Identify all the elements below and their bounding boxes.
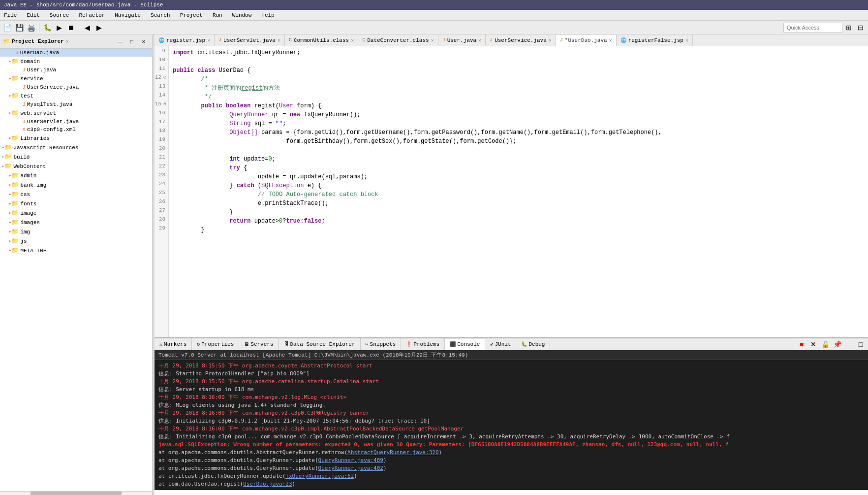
tree-item-14[interactable]: ▸ 📁admin	[0, 171, 152, 180]
editor-tab-0[interactable]: 🌐register.jsp✕	[155, 34, 215, 46]
line-number-20: 20	[159, 145, 165, 151]
code-lines: import cn.itcast.jdbc.TxQueryRunner;publ…	[169, 46, 868, 236]
tree-item-3[interactable]: ▸ 📁service	[0, 74, 152, 83]
pe-close[interactable]: ✕	[138, 36, 149, 47]
perspective-button[interactable]: ⊞	[843, 22, 854, 33]
pe-maximize[interactable]: □	[126, 36, 137, 47]
code-content-25: // TODO Auto-generated catch block	[169, 190, 378, 199]
run-button[interactable]: ▶	[54, 22, 64, 33]
tree-item-19[interactable]: ▸ 📁images	[0, 218, 152, 227]
tree-item-16[interactable]: ▸ 📁css	[0, 190, 152, 199]
console-link-15[interactable]: UserDao.java:23	[243, 481, 292, 487]
bottom-tab-markers[interactable]: ⚠Markers	[155, 338, 192, 350]
console-scroll[interactable]: 十月 29, 2018 8:15:50 下午 org.apache.coyote…	[155, 360, 868, 495]
console-link-13[interactable]: QueryRunner.java:402	[318, 465, 383, 471]
tree-item-1[interactable]: ▸ 📁domain	[0, 57, 152, 66]
tree-item-7[interactable]: ▸ 📁web.servlet	[0, 108, 152, 118]
fold-marker-15[interactable]: ⊖	[163, 101, 166, 107]
editor-tab-4[interactable]: JUser.java✕	[438, 34, 486, 46]
bottom-tab-console[interactable]: ⬛Console	[445, 339, 485, 350]
menu-help[interactable]: Help	[259, 11, 276, 19]
tree-item-5[interactable]: ▸ 📁test	[0, 91, 152, 100]
print-button[interactable]: 🖨️	[26, 22, 36, 33]
gutter-line-25: 25	[155, 188, 168, 197]
forward-button[interactable]: ▶	[93, 22, 104, 33]
editor-tab-5[interactable]: JUserService.java✕	[486, 34, 556, 46]
fold-marker-12[interactable]: ⊖	[163, 74, 166, 80]
editor-tab-1[interactable]: JUserServlet.java✕	[215, 34, 285, 46]
menu-file[interactable]: File	[2, 11, 19, 19]
code-content-16: QueryRunner qr = new TxQueryRunner();	[169, 110, 361, 119]
bottom-tab-properties[interactable]: ⚙Properties	[192, 338, 239, 350]
tree-item-6[interactable]: JMysqlTest.java	[0, 100, 152, 108]
console-link-11[interactable]: AbstractQueryRunner.java:320	[347, 449, 438, 456]
code-scroll-area[interactable]: import cn.itcast.jdbc.TxQueryRunner;publ…	[169, 46, 868, 337]
pe-scrollbar[interactable]	[0, 491, 152, 495]
tree-item-18[interactable]: ▸ 📁image	[0, 208, 152, 218]
console-clear-btn[interactable]: ✕	[808, 339, 819, 350]
tree-item-9[interactable]: Xc3p0-config.xml	[0, 126, 152, 133]
bottom-tab-debug[interactable]: 🐛Debug	[516, 338, 550, 350]
console-link-14[interactable]: TxQueryRunner.java:62	[285, 473, 354, 479]
tree-item-8[interactable]: JUserServlet.java	[0, 118, 152, 126]
back-button[interactable]: ◀	[82, 22, 93, 33]
editor-tab-3[interactable]: CDateConverter.class✕	[358, 34, 438, 46]
code-content-13: * 注册页面的regist的方法	[169, 84, 280, 93]
console-stop-btn[interactable]: ■	[796, 339, 807, 350]
tab-close-5[interactable]: ✕	[549, 37, 552, 43]
quick-access-input[interactable]	[783, 23, 842, 33]
tree-item-15[interactable]: ▸ 📁bank_img	[0, 180, 152, 190]
tab-close-7[interactable]: ✕	[685, 37, 688, 43]
code-line-21: int update=0;	[169, 155, 868, 164]
tree-item-22[interactable]: ▸ 📁META-INF	[0, 246, 152, 255]
tab-close-4[interactable]: ✕	[478, 37, 481, 43]
console-scroll-lock-btn[interactable]: 🔒	[820, 339, 831, 350]
menu-refactor[interactable]: Refactor	[77, 11, 107, 19]
tree-item-10[interactable]: ▸ 📁Libraries	[0, 133, 152, 143]
tree-icon-20: 📁	[11, 228, 19, 235]
editor-tab-7[interactable]: 🌐registerFalse.jsp✕	[617, 34, 693, 46]
tree-icon-15: 📁	[11, 181, 19, 189]
tree-icon-14: 📁	[11, 172, 19, 179]
console-minimize-btn[interactable]: —	[843, 339, 854, 350]
stop-button[interactable]: ⏹	[65, 22, 76, 33]
tab-close-0[interactable]: ✕	[207, 37, 210, 43]
tree-item-12[interactable]: ▸ 📁build	[0, 152, 152, 162]
menu-window[interactable]: Window	[230, 11, 254, 19]
bottom-tab-problems[interactable]: ❗Problems	[401, 338, 445, 350]
console-pin-btn[interactable]: 📌	[832, 339, 842, 350]
save-button[interactable]: 💾	[14, 22, 25, 33]
console-maximize-btn[interactable]: □	[855, 339, 866, 350]
console-link-12[interactable]: QueryRunner.java:489	[318, 457, 383, 463]
bottom-tab-junit[interactable]: ✔JUnit	[485, 338, 516, 350]
tab-close-6[interactable]: ✕	[609, 37, 612, 43]
pe-minimize[interactable]: —	[115, 36, 125, 47]
debug-button[interactable]: 🐛	[42, 22, 53, 33]
line-number-12: 12	[155, 74, 161, 80]
view-button[interactable]: ⊟	[855, 22, 866, 33]
bottom-tab-data-source-explorer[interactable]: 🗄Data Source Explorer	[279, 338, 361, 350]
bottom-tab-servers[interactable]: 🖥Servers	[239, 338, 279, 350]
menu-search[interactable]: Search	[149, 11, 172, 19]
tab-close-2[interactable]: ✕	[351, 37, 354, 43]
tab-close-1[interactable]: ✕	[278, 37, 280, 43]
tree-item-11[interactable]: ▸ 📁JavaScript Resources	[0, 143, 152, 152]
tree-item-4[interactable]: JUserService.java	[0, 83, 152, 91]
menu-run[interactable]: Run	[211, 11, 224, 19]
editor-tab-6[interactable]: J*UserDao.java✕	[556, 35, 617, 46]
tree-item-20[interactable]: ▸ 📁img	[0, 227, 152, 236]
menu-edit[interactable]: Edit	[25, 11, 41, 19]
new-button[interactable]: 📄	[2, 22, 13, 33]
editor-tab-2[interactable]: CCommonUtils.class✕	[285, 34, 358, 46]
menu-navigate[interactable]: Navigate	[113, 11, 143, 19]
tree-item-0[interactable]: JUserDao.java	[0, 49, 152, 57]
menu-project[interactable]: Project	[178, 11, 205, 19]
tab-close-3[interactable]: ✕	[431, 37, 434, 43]
tree-item-13[interactable]: ▸ 📁WebContent	[0, 162, 152, 171]
tree-item-17[interactable]: ▸ 📁fonts	[0, 199, 152, 208]
console-line-12: at org.apache.commons.dbutils.QueryRunne…	[158, 457, 864, 464]
bottom-tab-snippets[interactable]: ✂Snippets	[361, 338, 402, 350]
tree-item-21[interactable]: ▸ 📁js	[0, 236, 152, 246]
tree-item-2[interactable]: JUser.java	[0, 66, 152, 74]
menu-source[interactable]: Source	[48, 11, 71, 19]
